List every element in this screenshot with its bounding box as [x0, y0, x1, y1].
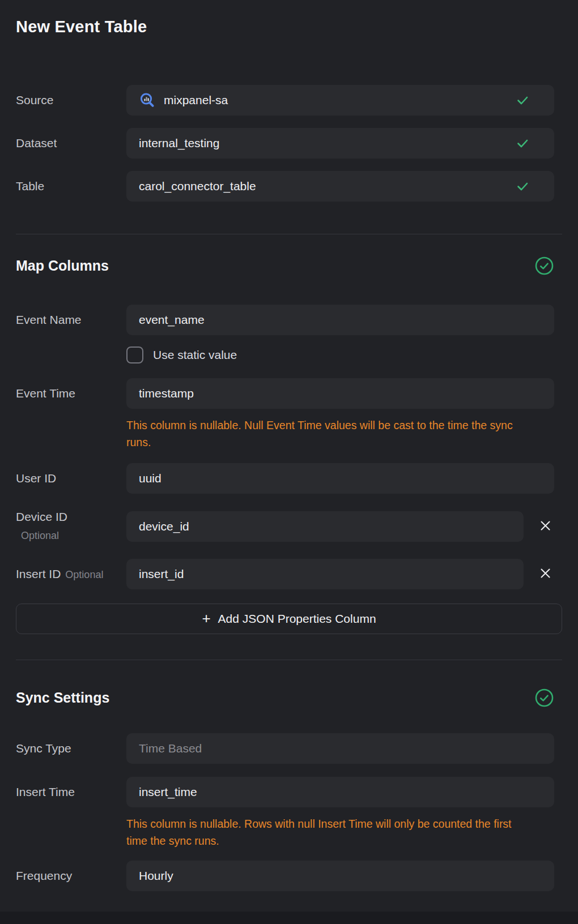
insert-id-input[interactable]: insert_id	[126, 559, 524, 589]
use-static-value-checkbox[interactable]	[126, 346, 143, 363]
insert-id-label-text: Insert ID	[16, 567, 61, 580]
device-id-input[interactable]: device_id	[126, 511, 524, 542]
event-name-input[interactable]: event_name	[126, 305, 554, 335]
sync-settings-complete-circle-check-icon	[535, 688, 554, 707]
form-row-event-name: Event Name event_name	[16, 305, 562, 335]
event-time-nullable-warning: This column is nullable. Null Event Time…	[126, 417, 532, 451]
user-id-label: User ID	[16, 471, 126, 486]
insert-time-input[interactable]: insert_time	[126, 777, 554, 807]
use-static-value-label: Use static value	[153, 348, 237, 362]
user-id-value: uuid	[139, 472, 162, 485]
dataset-input[interactable]: internal_testing	[126, 128, 554, 159]
sync-type-value: Time Based	[139, 742, 202, 755]
map-columns-header: Map Columns	[16, 256, 562, 275]
form-row-source: Source mixpanel-sa	[16, 85, 562, 116]
form-row-frequency: Frequency Hourly	[16, 861, 562, 891]
form-row-dataset: Dataset internal_testing	[16, 128, 562, 159]
device-id-remove-button[interactable]	[534, 511, 556, 542]
table-valid-check-icon	[516, 179, 529, 193]
table-label: Table	[16, 179, 126, 194]
source-input[interactable]: mixpanel-sa	[126, 85, 554, 116]
device-id-label-text: Device ID	[16, 510, 120, 524]
frequency-label: Frequency	[16, 869, 126, 883]
close-icon	[539, 567, 551, 581]
form-row-user-id: User ID uuid	[16, 463, 562, 494]
add-json-properties-column-label: Add JSON Properties Column	[218, 612, 376, 626]
insert-time-nullable-warning: This column is nullable. Rows with null …	[126, 815, 532, 849]
bigquery-search-icon	[139, 92, 156, 109]
insert-id-optional-badge: Optional	[65, 569, 103, 580]
section-divider	[16, 660, 562, 660]
insert-time-label: Insert Time	[16, 785, 126, 799]
insert-id-remove-button[interactable]	[534, 559, 556, 589]
sync-type-label: Sync Type	[16, 741, 126, 756]
source-value: mixpanel-sa	[164, 93, 228, 107]
insert-id-label: Insert IDOptional	[16, 567, 126, 582]
sync-settings-header: Sync Settings	[16, 688, 562, 707]
frequency-input[interactable]: Hourly	[126, 861, 554, 891]
form-row-insert-id: Insert IDOptional insert_id	[16, 559, 562, 589]
use-static-value-row: Use static value	[126, 346, 562, 363]
section-divider	[16, 234, 562, 234]
form-row-event-time: Event Time timestamp	[16, 378, 562, 409]
panel-footer-edge	[0, 912, 578, 924]
form-row-insert-time: Insert Time insert_time	[16, 777, 562, 807]
frequency-value: Hourly	[139, 869, 173, 883]
event-name-value: event_name	[139, 313, 205, 327]
add-json-properties-column-button[interactable]: + Add JSON Properties Column	[16, 604, 562, 634]
table-value: carol_connector_table	[139, 179, 256, 193]
sync-type-input: Time Based	[126, 733, 554, 764]
device-id-optional-badge: Optional	[16, 528, 120, 543]
event-name-label: Event Name	[16, 313, 126, 327]
event-time-value: timestamp	[139, 387, 194, 400]
source-label: Source	[16, 93, 126, 108]
insert-id-value: insert_id	[139, 567, 184, 581]
form-row-table: Table carol_connector_table	[16, 171, 562, 202]
new-event-table-panel: New Event Table Source mixpanel-sa	[0, 0, 578, 924]
table-input[interactable]: carol_connector_table	[126, 171, 554, 202]
page-title: New Event Table	[16, 17, 562, 36]
dataset-value: internal_testing	[139, 136, 219, 150]
event-time-input[interactable]: timestamp	[126, 378, 554, 409]
dataset-valid-check-icon	[516, 136, 529, 150]
plus-icon: +	[202, 611, 210, 626]
sync-settings-title: Sync Settings	[16, 690, 109, 706]
device-id-value: device_id	[139, 520, 189, 533]
dataset-label: Dataset	[16, 136, 126, 151]
form-row-device-id: Device ID Optional device_id	[16, 510, 562, 543]
insert-time-value: insert_time	[139, 785, 197, 799]
user-id-input[interactable]: uuid	[126, 463, 554, 494]
source-valid-check-icon	[516, 93, 529, 107]
map-columns-complete-circle-check-icon	[535, 256, 554, 275]
device-id-label: Device ID Optional	[16, 510, 126, 543]
form-row-sync-type: Sync Type Time Based	[16, 733, 562, 764]
map-columns-title: Map Columns	[16, 258, 109, 274]
event-time-label: Event Time	[16, 386, 126, 401]
close-icon	[539, 520, 551, 533]
